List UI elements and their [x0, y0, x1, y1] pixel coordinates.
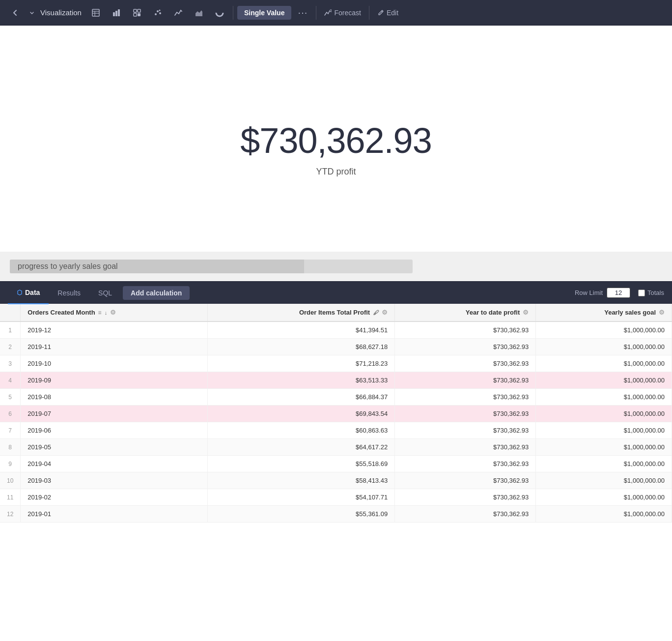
- cell-num: 4: [0, 372, 21, 389]
- back-arrow-icon[interactable]: [6, 3, 25, 22]
- col-ytd-label: Year to date profit: [466, 309, 520, 316]
- svg-rect-10: [138, 13, 140, 16]
- main-toolbar: Visualization Single Value ··· Forecast: [0, 0, 672, 26]
- cell-num: 5: [0, 389, 21, 406]
- cell-ytd: $730,362.93: [395, 355, 536, 372]
- line-chart-icon[interactable]: [169, 3, 188, 22]
- progress-label: progress to yearly sales goal: [10, 262, 118, 271]
- cell-ytd: $730,362.93: [395, 506, 536, 523]
- data-toolbar: Data Results SQL Add calculation Row Lim…: [0, 281, 672, 304]
- col-month: Orders Created Month ≡ ↓ ⚙: [21, 304, 207, 321]
- donut-chart-icon[interactable]: [210, 3, 229, 22]
- col-ytd-gear[interactable]: ⚙: [523, 309, 529, 316]
- tab-results[interactable]: Results: [49, 282, 89, 304]
- toolbar-sep-3: [369, 6, 369, 20]
- cell-month: 2019-02: [21, 489, 207, 506]
- cell-profit: $41,394.51: [207, 321, 394, 339]
- cell-month: 2019-03: [21, 472, 207, 489]
- viz-subtitle: YTD profit: [316, 167, 356, 177]
- svg-point-11: [155, 13, 157, 15]
- row-limit-input[interactable]: [607, 288, 630, 298]
- table-row: 3 2019-10 $71,218.23 $730,362.93 $1,000,…: [0, 355, 672, 372]
- cell-month: 2019-07: [21, 406, 207, 422]
- cell-goal: $1,000,000.00: [536, 389, 672, 406]
- table-view-icon[interactable]: [86, 3, 105, 22]
- cell-month: 2019-05: [21, 439, 207, 456]
- table-row: 5 2019-08 $66,884.37 $730,362.93 $1,000,…: [0, 389, 672, 406]
- cell-goal: $1,000,000.00: [536, 339, 672, 355]
- cell-profit: $71,218.23: [207, 355, 394, 372]
- cell-goal: $1,000,000.00: [536, 506, 672, 523]
- visualization-label: Visualization: [40, 8, 82, 17]
- svg-line-17: [381, 11, 382, 12]
- cell-num: 6: [0, 406, 21, 422]
- svg-marker-15: [196, 10, 202, 16]
- more-options-icon[interactable]: ···: [293, 3, 312, 22]
- cell-ytd: $730,362.93: [395, 456, 536, 472]
- table-row: 1 2019-12 $41,394.51 $730,362.93 $1,000,…: [0, 321, 672, 339]
- svg-rect-0: [92, 9, 99, 16]
- cell-month: 2019-09: [21, 372, 207, 389]
- table-row: 11 2019-02 $54,107.71 $730,362.93 $1,000…: [0, 489, 672, 506]
- edit-button[interactable]: Edit: [373, 6, 402, 20]
- cell-num: 1: [0, 321, 21, 339]
- data-table-wrap: Orders Created Month ≡ ↓ ⚙ Order Items T…: [0, 304, 672, 523]
- cell-num: 3: [0, 355, 21, 372]
- cell-profit: $55,361.09: [207, 506, 394, 523]
- cell-month: 2019-01: [21, 506, 207, 523]
- single-value-button[interactable]: Single Value: [237, 6, 291, 20]
- svg-rect-5: [115, 11, 117, 16]
- col-num: [0, 304, 21, 321]
- table-row: 10 2019-03 $58,413.43 $730,362.93 $1,000…: [0, 472, 672, 489]
- cell-ytd: $730,362.93: [395, 339, 536, 355]
- forecast-button[interactable]: Forecast: [320, 6, 364, 20]
- cell-goal: $1,000,000.00: [536, 489, 672, 506]
- totals-checkbox[interactable]: [638, 290, 645, 296]
- data-table: Orders Created Month ≡ ↓ ⚙ Order Items T…: [0, 304, 672, 523]
- cell-profit: $55,518.69: [207, 456, 394, 472]
- tab-sql[interactable]: SQL: [89, 282, 121, 304]
- svg-point-14: [159, 9, 160, 11]
- table-row: 7 2019-06 $60,863.63 $730,362.93 $1,000,…: [0, 422, 672, 439]
- col-month-gear[interactable]: ⚙: [110, 309, 116, 316]
- toolbar-sep-1: [233, 6, 233, 20]
- svg-rect-7: [134, 9, 137, 12]
- svg-rect-8: [138, 9, 140, 12]
- col-profit-gear[interactable]: ⚙: [382, 309, 388, 316]
- cell-profit: $69,843.54: [207, 406, 394, 422]
- col-month-label: Orders Created Month: [28, 309, 95, 316]
- pivot-icon[interactable]: [128, 3, 146, 22]
- col-goal-gear[interactable]: ⚙: [659, 309, 665, 316]
- data-tab-icon: [17, 290, 23, 295]
- chevron-down-icon[interactable]: [27, 3, 37, 22]
- scatter-icon[interactable]: [148, 3, 167, 22]
- cell-goal: $1,000,000.00: [536, 422, 672, 439]
- cell-num: 8: [0, 439, 21, 456]
- svg-point-16: [216, 9, 223, 16]
- area-chart-icon[interactable]: [190, 3, 208, 22]
- sort-desc-icon[interactable]: ↓: [105, 310, 108, 316]
- cell-month: 2019-04: [21, 456, 207, 472]
- cell-goal: $1,000,000.00: [536, 406, 672, 422]
- cell-ytd: $730,362.93: [395, 389, 536, 406]
- cell-month: 2019-08: [21, 389, 207, 406]
- tab-data[interactable]: Data: [8, 282, 49, 304]
- cell-num: 9: [0, 456, 21, 472]
- col-profit-label: Order Items Total Profit: [299, 309, 370, 316]
- paint-icon[interactable]: 🖌: [373, 309, 379, 316]
- col-goal-label: Yearly sales goal: [604, 309, 656, 316]
- cell-ytd: $730,362.93: [395, 422, 536, 439]
- cell-num: 7: [0, 422, 21, 439]
- row-limit-label: Row Limit: [575, 289, 603, 296]
- table-row: 4 2019-09 $63,513.33 $730,362.93 $1,000,…: [0, 372, 672, 389]
- cell-profit: $64,617.22: [207, 439, 394, 456]
- table-row: 9 2019-04 $55,518.69 $730,362.93 $1,000,…: [0, 456, 672, 472]
- row-limit-area: Row Limit: [575, 288, 630, 298]
- bar-chart-icon[interactable]: [107, 3, 126, 22]
- col-ytd: Year to date profit ⚙: [395, 304, 536, 321]
- cell-profit: $60,863.63: [207, 422, 394, 439]
- cell-profit: $63,513.33: [207, 372, 394, 389]
- add-calculation-button[interactable]: Add calculation: [123, 286, 190, 300]
- cell-ytd: $730,362.93: [395, 489, 536, 506]
- table-row: 8 2019-05 $64,617.22 $730,362.93 $1,000,…: [0, 439, 672, 456]
